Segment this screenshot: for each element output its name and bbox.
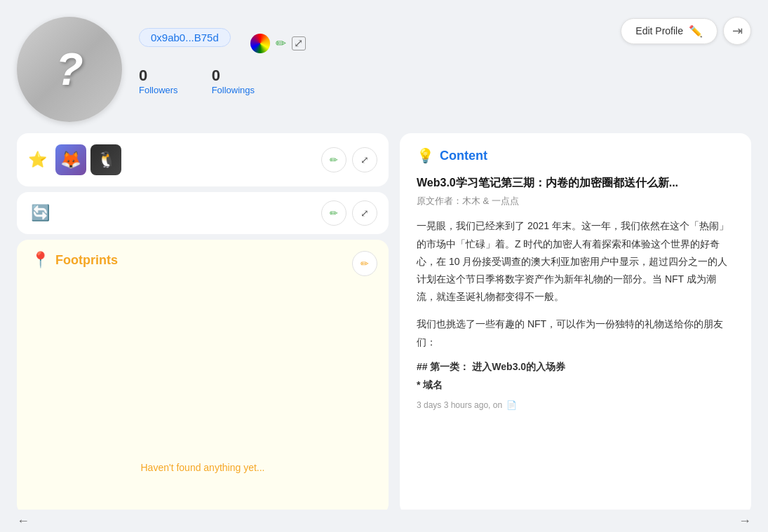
content-header: 💡 Content	[417, 147, 734, 164]
logout-button[interactable]: ⇥	[723, 17, 751, 45]
activity-expand-button[interactable]: ⤢	[352, 200, 377, 226]
footprints-header: 📍 Footprints	[31, 251, 375, 269]
main-content: ⭐ ✏ ⤢ 🔄 ✏ ⤢	[17, 133, 751, 515]
logout-icon: ⇥	[732, 23, 743, 39]
bulb-icon: 💡	[417, 147, 434, 164]
footprints-card: 📍 Footprints ✏ Haven't found anything ye…	[17, 240, 389, 515]
article-author: 原文作者：木木 & 一点点	[417, 195, 734, 207]
footprints-pin-icon: 📍	[31, 251, 50, 269]
article-section-1: ## 第一类： 进入Web3.0的入场券	[417, 361, 734, 374]
followers-stat: 0 Followers	[139, 67, 178, 95]
footprints-empty-message: Haven't found anything yet...	[140, 462, 264, 473]
right-panel: 💡 Content Web3.0学习笔记第三期：内卷的加密圈都送什么新... 原…	[400, 133, 751, 515]
avatar: ?	[17, 17, 122, 122]
activity-icon: 🔄	[31, 204, 50, 222]
bottom-right-icon[interactable]: →	[739, 514, 751, 528]
edit-profile-button[interactable]: Edit Profile ✏️	[621, 18, 718, 44]
article-body-1: 一晃眼，我们已经来到了 2021 年末。这一年，我们依然在这个「热闹」的市场中「…	[417, 217, 734, 306]
nft-edit-button[interactable]: ✏	[321, 147, 346, 172]
followings-label: Followings	[212, 85, 255, 95]
footprints-edit-button[interactable]: ✏	[352, 251, 377, 276]
nft-expand-button[interactable]: ⤢	[352, 147, 377, 172]
followers-count: 0	[139, 67, 147, 85]
footprints-title: Footprints	[55, 253, 118, 268]
nft-card-actions: ✏ ⤢	[321, 147, 377, 172]
article-title: Web3.0学习笔记第三期：内卷的加密圈都送什么新...	[417, 175, 734, 191]
article-meta: 3 days 3 hours ago, on 📄	[417, 400, 734, 410]
article-bullet-1: * 域名	[417, 379, 734, 392]
nft-thumb-2	[90, 144, 121, 175]
edit-pen-icon: ✏️	[689, 25, 703, 38]
star-icon: ⭐	[28, 151, 47, 169]
bottom-bar: ← →	[0, 510, 768, 532]
stats-row: 0 Followers 0 Followings	[139, 67, 751, 95]
content-title: Content	[440, 149, 487, 163]
followers-label: Followers	[139, 85, 178, 95]
activity-edit-button[interactable]: ✏	[321, 200, 346, 226]
activity-card: 🔄 ✏ ⤢	[17, 192, 389, 234]
article-body-2: 我们也挑选了一些有趣的 NFT，可以作为一份独特的礼物送给你的朋友们：	[417, 315, 734, 350]
pencil-icon[interactable]: ✏	[276, 36, 286, 51]
followings-count: 0	[212, 67, 220, 85]
edit-profile-label: Edit Profile	[635, 25, 683, 36]
expand-icon[interactable]: ⤢	[292, 36, 306, 50]
bottom-left-icon[interactable]: ←	[17, 514, 29, 528]
nft-card: ⭐ ✏ ⤢	[17, 133, 389, 186]
activity-card-actions: ✏ ⤢	[321, 200, 377, 226]
top-right-actions: Edit Profile ✏️ ⇥	[621, 17, 751, 45]
social-icons: ✏ ⤢	[250, 34, 306, 53]
avatar-placeholder: ?	[55, 47, 83, 92]
nft-thumbnails	[55, 144, 121, 175]
profile-header: ? 0x9ab0...B75d ✏ ⤢ 0 Followers 0 Follow…	[17, 17, 751, 122]
page-wrapper: ? 0x9ab0...B75d ✏ ⤢ 0 Followers 0 Follow…	[0, 0, 768, 532]
wallet-address[interactable]: 0x9ab0...B75d	[139, 28, 231, 47]
article-meta-time: 3 days 3 hours ago, on	[417, 400, 502, 410]
left-panel: ⭐ ✏ ⤢ 🔄 ✏ ⤢	[17, 133, 389, 515]
article-meta-icon: 📄	[506, 400, 517, 410]
rainbow-icon	[250, 34, 270, 53]
nft-thumb-1	[55, 144, 86, 175]
followings-stat: 0 Followings	[212, 67, 255, 95]
